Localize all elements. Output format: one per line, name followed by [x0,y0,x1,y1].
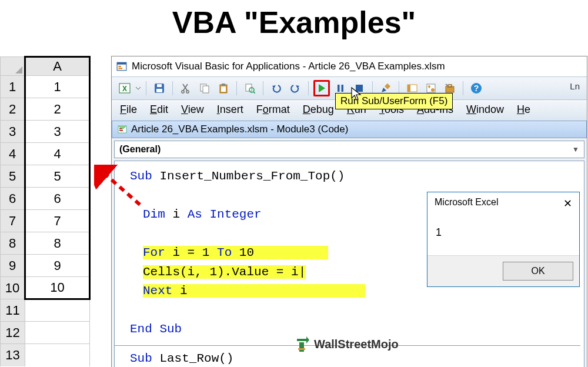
svg-rect-8 [157,84,162,87]
msgbox-ok-button[interactable]: OK [503,262,573,281]
spreadsheet: A 11 22 33 44 55 66 77 88 99 1010 11 12 … [0,56,91,367]
row-header[interactable]: 1 [1,76,25,98]
code-text: Cells(i, 1).Value = i [143,265,299,279]
wallstreetmojo-icon [294,335,309,353]
msgbox-dialog: Microsoft Excel ✕ 1 OK [427,192,580,287]
row-header[interactable]: 5 [1,165,25,188]
undo-icon[interactable] [268,80,285,96]
row-header[interactable]: 7 [1,210,25,232]
chevron-down-icon: ▼ [572,145,579,154]
svg-rect-36 [298,348,305,350]
module-titlebar: Article 26_VBA Examples.xlsm - Module3 (… [112,121,587,138]
code-kw: End Sub [130,322,182,336]
svg-rect-20 [342,85,344,92]
svg-rect-22 [385,84,390,89]
msgbox-message: 1 [427,215,579,255]
svg-rect-14 [222,84,225,86]
redo-icon[interactable] [287,80,303,96]
excel-icon[interactable]: X [116,80,133,96]
code-kw: Sub [130,352,152,365]
cell[interactable]: 8 [25,232,90,255]
svg-rect-3 [118,68,122,69]
select-all-corner[interactable] [1,57,25,76]
svg-rect-7 [156,89,162,92]
row-header[interactable]: 13 [1,344,25,366]
svg-rect-15 [221,86,226,92]
menu-debug[interactable]: Debug [303,104,334,116]
menu-insert[interactable]: Insert [217,104,243,116]
cell[interactable]: 5 [25,165,90,188]
cell[interactable]: 9 [25,255,90,277]
watermark: WallStreetMojo [294,335,399,353]
vba-app-icon [116,61,127,72]
cell[interactable]: 2 [25,98,90,121]
svg-rect-32 [119,128,122,129]
svg-rect-35 [299,342,304,352]
svg-point-9 [182,91,184,93]
watermark-text: WallStreetMojo [314,338,399,351]
code-text: i [172,284,187,298]
cell[interactable]: 4 [25,143,90,165]
find-icon[interactable] [242,80,258,96]
line-col-label: Ln [570,81,580,91]
menu-help[interactable]: He [517,104,530,116]
row-header[interactable]: 3 [1,121,25,143]
msgbox-title: Microsoft Excel [435,197,498,210]
cell[interactable]: 10 [25,277,90,299]
cell[interactable]: 1 [25,76,90,98]
dropdown-chevron-icon[interactable] [135,85,141,91]
svg-rect-19 [338,85,340,92]
object-dropdown[interactable]: (General) ▼ [114,141,584,158]
vba-window-title: Microsoft Visual Basic for Applications … [132,61,445,72]
sheet-table[interactable]: A 11 22 33 44 55 66 77 88 99 1010 11 12 … [0,56,91,366]
object-dropdown-value: (General) [119,144,161,155]
row-header[interactable]: 11 [1,299,25,322]
menu-format[interactable]: Format [256,104,290,116]
row-header[interactable]: 10 [1,277,25,299]
menu-window[interactable]: Window [466,104,504,116]
save-icon[interactable] [151,80,168,96]
row-header[interactable]: 12 [1,322,25,344]
code-kw: To [217,246,232,259]
copy-icon[interactable] [196,80,213,96]
svg-rect-2 [118,66,121,67]
cell[interactable]: 3 [25,121,90,143]
svg-rect-1 [117,62,126,64]
row-header[interactable]: 9 [1,255,25,277]
code-text: Insert_Numbers_From_Top() [152,169,345,183]
cell[interactable]: 6 [25,188,90,210]
cell[interactable] [25,322,90,344]
close-icon[interactable]: ✕ [563,197,572,210]
run-button[interactable] [313,80,330,96]
row-header[interactable]: 4 [1,143,25,165]
menu-edit[interactable]: Edit [150,104,168,116]
module-title-text: Article 26_VBA Examples.xlsm - Module3 (… [131,124,348,135]
vba-titlebar: Microsoft Visual Basic for Applications … [112,56,587,76]
code-kw: As Integer [188,208,262,221]
cell[interactable] [25,299,90,322]
svg-text:?: ? [474,84,479,93]
paste-icon[interactable] [215,80,232,96]
row-header[interactable]: 8 [1,232,25,255]
cut-icon[interactable] [178,80,194,96]
code-text: 10 [232,246,254,259]
run-tooltip: Run Sub/UserForm (F5) [335,93,453,109]
row-header[interactable]: 6 [1,188,25,210]
code-kw: Next [143,284,172,298]
svg-point-10 [186,91,189,93]
menu-file[interactable]: File [120,104,137,116]
column-header-A[interactable]: A [25,57,90,76]
svg-rect-21 [356,85,363,92]
svg-line-18 [253,92,255,94]
help-icon[interactable]: ? [468,80,485,96]
svg-rect-24 [407,85,410,92]
svg-point-26 [431,88,435,92]
cell[interactable]: 7 [25,210,90,232]
module-icon [117,124,128,135]
menu-view[interactable]: View [181,104,204,116]
row-header[interactable]: 2 [1,98,25,121]
cell[interactable] [25,344,90,366]
svg-text:X: X [122,85,127,93]
code-text: Last_Row() [152,352,234,365]
code-kw: Dim [143,208,165,221]
